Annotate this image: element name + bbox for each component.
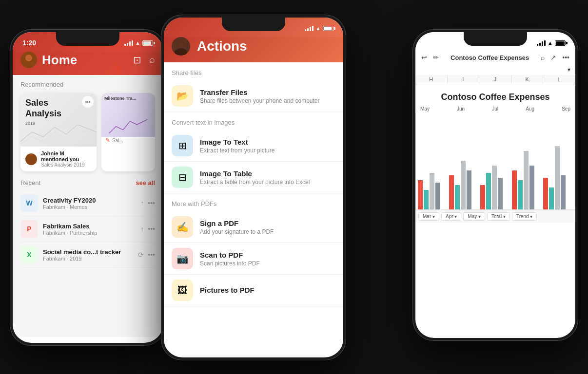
sheet-tab-may[interactable]: May ▾ xyxy=(463,212,485,221)
home-header-icons: ⊡ ⌕ xyxy=(133,54,155,66)
share-icon-excel[interactable]: ↗ xyxy=(550,54,556,61)
label-may: May xyxy=(420,106,430,112)
recent-section-header: Recent see all xyxy=(20,179,155,187)
see-all-link[interactable]: see all xyxy=(136,179,155,187)
action-image-to-table[interactable]: ⊟ Image To Table Extract a table from yo… xyxy=(164,162,343,193)
more-button[interactable]: ••• xyxy=(82,96,94,108)
svg-point-0 xyxy=(25,55,32,61)
card-row: SalesAnalysis 2019 ••• J xyxy=(20,93,155,171)
file-item-social[interactable]: X Social media co...t tracker Fabrikam ·… xyxy=(20,242,155,268)
bar-jun-red xyxy=(449,175,454,209)
milestone-text: Milestone Tra... xyxy=(101,93,155,104)
sheet-tab-mar[interactable]: Mar ▾ xyxy=(418,212,439,221)
action-title-sign-pdf: Sign a PDF xyxy=(200,219,274,227)
excel-letter: X xyxy=(27,251,31,259)
sign-pdf-icon: ✍ xyxy=(176,221,189,233)
milestone-sub: Sal... xyxy=(112,138,123,143)
action-sign-pdf[interactable]: ✍ Sign a PDF Add your signature to a PDF xyxy=(164,211,343,243)
search-icon-home[interactable]: ⌕ xyxy=(149,54,155,66)
chart-title: Contoso Coffee Expenses xyxy=(415,84,575,106)
bar-sep-darkgray xyxy=(561,175,566,209)
file-info-creativity: Creativity FY2020 Fabrikam · Memos xyxy=(43,197,136,210)
action-title-image-text: Image To Text xyxy=(200,138,274,146)
col-j: J xyxy=(479,75,511,84)
left-phone-screen: 1:20 ▲ Home xyxy=(13,32,163,343)
undo-icon[interactable]: ↩ xyxy=(421,54,427,61)
right-phone-screen: ▲ ↩ ✏ Contoso Coffee Expenses ⌕ ↗ ••• ▾ xyxy=(415,32,575,338)
sheet-tab-apr[interactable]: Apr ▾ xyxy=(441,212,461,221)
col-headers: H I J K L xyxy=(415,75,575,84)
upload-icon-fabrikam[interactable]: ↑ xyxy=(140,225,144,233)
bar-sep-teal xyxy=(549,187,554,209)
actions-avatar xyxy=(172,37,190,56)
sheet-tab-total[interactable]: Total ▾ xyxy=(487,212,510,221)
image-table-icon: ⊟ xyxy=(178,171,187,183)
recent-label: Recent xyxy=(20,179,40,187)
action-image-to-text[interactable]: ⊞ Image To Text Extract text from your p… xyxy=(164,130,343,162)
action-desc-sign-pdf: Add your signature to a PDF xyxy=(200,228,274,235)
mention-sub: Sales Analysis 2019 xyxy=(41,162,92,168)
milestone-card[interactable]: Milestone Tra... ✎ Sal... xyxy=(101,93,155,171)
right-phone: ▲ ↩ ✏ Contoso Coffee Expenses ⌕ ↗ ••• ▾ xyxy=(412,29,578,341)
home-header: Home ⊡ ⌕ xyxy=(13,52,163,75)
more-icon-social[interactable]: ••• xyxy=(148,251,155,259)
home-title: Home xyxy=(42,53,77,68)
bar-group-sep xyxy=(543,146,573,209)
sheet-tab-trend[interactable]: Trend ▾ xyxy=(512,212,537,221)
notch-center xyxy=(222,18,285,31)
section-label-pdf: More with PDFs xyxy=(164,193,343,211)
bar-aug-darkgray xyxy=(529,166,534,209)
transfer-icon: 📂 xyxy=(176,90,189,102)
bar-aug-red xyxy=(512,170,517,209)
upload-icon-creativity[interactable]: ↑ xyxy=(140,199,144,207)
file-meta-fabrikam: Fabrikam · Partnership xyxy=(43,230,136,236)
sync-icon-social[interactable]: ⟳ xyxy=(138,251,144,259)
sales-analysis-card[interactable]: SalesAnalysis 2019 ••• J xyxy=(20,93,97,171)
more-icon-excel[interactable]: ••• xyxy=(562,54,569,61)
formula-chevron[interactable]: ▾ xyxy=(568,66,570,73)
bar-jul-gray xyxy=(492,166,497,209)
card-mention: Johnie M mentioned you Sales Analysis 20… xyxy=(41,150,92,168)
bar-sep-gray xyxy=(555,146,560,209)
battery-right xyxy=(555,40,566,46)
bar-group-jul xyxy=(480,166,510,209)
card-preview: SalesAnalysis 2019 ••• xyxy=(20,93,97,147)
more-icon-fabrikam[interactable]: ••• xyxy=(148,225,155,233)
action-info-image-table: Image To Table Extract a table from your… xyxy=(200,169,310,186)
excel-icon: X xyxy=(20,246,38,263)
action-scan-pdf[interactable]: 📷 Scan to PDF Scan pictures into PDF xyxy=(164,243,343,275)
actions-title: Actions xyxy=(197,38,247,54)
file-meta-social: Fabrikam · 2019 xyxy=(43,256,133,262)
search-icon-excel[interactable]: ⌕ xyxy=(541,54,545,61)
action-pictures-pdf[interactable]: 🖼 Pictures to PDF xyxy=(164,275,343,306)
col-i: I xyxy=(448,75,480,84)
x-axis-labels: May Jun Jul Aug Sep xyxy=(415,106,575,112)
pencil-icon: ✎ xyxy=(105,137,110,144)
file-name-creativity: Creativity FY2020 xyxy=(43,197,136,204)
more-icon-creativity[interactable]: ••• xyxy=(148,199,155,207)
bar-group-may xyxy=(418,173,448,209)
card-footer: Johnie M mentioned you Sales Analysis 20… xyxy=(20,147,97,171)
action-desc-scan-pdf: Scan pictures into PDF xyxy=(200,260,260,267)
excel-footer: Mar ▾ Apr ▾ May ▾ Total ▾ Trend ▾ xyxy=(415,210,575,223)
status-icons-center: ▲ xyxy=(305,25,333,31)
file-item-fabrikam[interactable]: P Fabrikam Sales Fabrikam · Partnership … xyxy=(20,216,155,242)
excel-doc-title: Contoso Coffee Expenses xyxy=(439,54,541,61)
pictures-pdf-icon: 🖼 xyxy=(177,285,187,296)
wifi-right: ▲ xyxy=(548,40,553,46)
file-actions-fabrikam: ↑ ••• xyxy=(140,225,155,233)
edit-icon[interactable]: ✏ xyxy=(433,54,439,61)
file-item-creativity[interactable]: W Creativity FY2020 Fabrikam · Memos ↑ •… xyxy=(20,190,155,216)
transfer-icon-box: 📂 xyxy=(172,85,193,107)
mention-avatar xyxy=(25,153,37,165)
bar-may-darkgray xyxy=(435,183,440,209)
bar-sep-red xyxy=(543,178,548,209)
user-avatar-left xyxy=(20,52,37,68)
file-info-social: Social media co...t tracker Fabrikam · 2… xyxy=(43,248,133,262)
folder-icon[interactable]: ⊡ xyxy=(133,54,141,66)
action-transfer-files[interactable]: 📂 Transfer Files Share files between you… xyxy=(164,80,343,112)
section-label-convert: Convert text in images xyxy=(164,112,343,130)
svg-point-2 xyxy=(177,40,185,48)
scan-pdf-icon-box: 📷 xyxy=(172,248,193,269)
home-content: Recommended SalesAnalysis 2019 ••• xyxy=(13,75,163,337)
